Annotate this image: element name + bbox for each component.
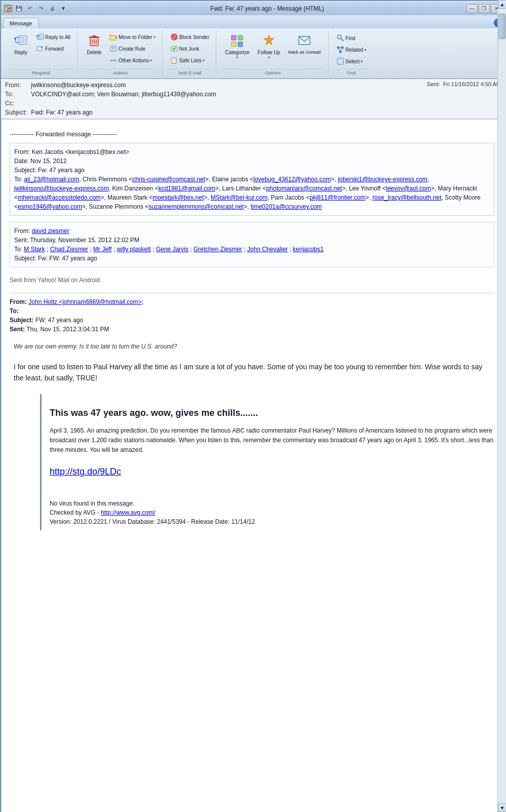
more-quick-btn[interactable]: ▼ <box>59 5 68 13</box>
find-icon <box>336 34 344 42</box>
ribbon: Reply Reply to All <box>1 28 505 79</box>
big-heading: This was 47 years ago. wow, gives me chi… <box>50 406 494 420</box>
leevov-link[interactable]: leevov@aol.com <box>386 185 431 192</box>
yahoo-sent-text: Sent from Yahoo! Mail on Android <box>10 276 494 285</box>
svg-rect-29 <box>231 35 236 40</box>
johnnam-link[interactable]: John Holtz <johnnam6869@hotmail.com>; <box>28 298 143 305</box>
david-to-row: To: M Stark ; Chad Ziesmer ; Mr Jeff ; w… <box>14 245 490 254</box>
avg-link[interactable]: http://www.avg.com/ <box>101 509 155 516</box>
not-junk-button[interactable]: Not Junk <box>168 43 212 54</box>
john-chevalier-link[interactable]: John Chevalier <box>247 246 288 253</box>
find-button[interactable]: Find <box>334 32 368 44</box>
block-sender-icon <box>170 33 178 41</box>
gene-jarvis-link[interactable]: Gene Jarvis <box>156 246 188 253</box>
scroll-track[interactable] <box>498 9 506 803</box>
follow-up-button[interactable]: Follow Up ▾ <box>254 30 284 62</box>
david-subject-row: Subject: Fw: FW: 47 years ago <box>14 254 490 263</box>
redo-btn[interactable]: ↷ <box>36 5 46 13</box>
actions-label: Actions <box>83 69 158 76</box>
scroll-up-button[interactable]: ▲ <box>498 0 506 9</box>
time0201-link[interactable]: time0201a@ccsurvey.com <box>251 203 322 210</box>
message-tab[interactable]: Message <box>3 18 39 28</box>
mark-unread-button[interactable]: Mark as Unread <box>285 30 324 57</box>
email-body: ------------ Forwarded message ---------… <box>1 119 505 812</box>
categorize-icon <box>229 32 245 49</box>
safe-lists-button[interactable]: 📋 Safe Lists ▾ <box>168 55 212 66</box>
from-value: jwilkinsono@buckeye-express.com <box>31 81 425 89</box>
options-group: Categorize ▾ Follow Up ▾ <box>217 30 329 76</box>
ken-subject: Subject: Fw: 47 years ago <box>14 166 490 175</box>
lovebug-link[interactable]: lovebug_43612@yahoo.com <box>253 176 331 183</box>
undo-btn[interactable]: ↶ <box>25 5 34 13</box>
suzanne-link[interactable]: suzannemplemmons@comcast.net <box>148 203 244 210</box>
related-arrow: ▾ <box>364 48 366 52</box>
select-icon <box>336 57 344 65</box>
joberski-link[interactable]: joberski1@buckeye-express.com <box>338 176 427 183</box>
cc-value <box>31 99 425 107</box>
find-group: Find Related ▾ <box>330 30 372 76</box>
scroll-thumb[interactable] <box>498 14 505 39</box>
delete-button[interactable]: Delete <box>83 30 106 57</box>
willy-plaskett-link[interactable]: willy plaskett <box>117 246 151 253</box>
john-from-row: From: John Holtz <johnnam6869@hotmail.co… <box>10 297 494 306</box>
gretchen-ziesmer-link[interactable]: Gretchen Ziesmer <box>193 246 242 253</box>
other-dropdown-arrow: ▾ <box>150 58 152 63</box>
svg-rect-30 <box>238 35 243 40</box>
create-rule-button[interactable]: Create Rule <box>107 43 158 54</box>
kcd-link[interactable]: kcd1981@gmail.com <box>159 185 215 192</box>
minimize-button[interactable]: — <box>466 4 478 13</box>
mhernacki-link[interactable]: mhernacki@accesstoledo.com <box>18 194 101 201</box>
select-button[interactable]: Select ▾ <box>334 56 368 67</box>
respond-group: Reply Reply to All <box>5 30 77 76</box>
pkj-link[interactable]: pkj811@frontier.com <box>309 194 365 201</box>
follow-up-icon <box>261 32 277 49</box>
stg-link[interactable]: http://stg.do/9LDc <box>50 467 121 477</box>
categorize-button[interactable]: Categorize ▾ <box>221 30 253 62</box>
chris-cuisine-link[interactable]: chris-cuisine@comcast.net <box>132 176 205 183</box>
window-title: Fwd: Fw: 47 years ago - Message (HTML) <box>210 5 324 12</box>
virus-line3: Version: 2012.0.2221 / Virus Database: 2… <box>50 517 494 526</box>
cc-label: Cc: <box>5 99 30 107</box>
david-block: From: david ziesmer Sent: Thursday, Nove… <box>10 222 494 267</box>
safe-lists-icon: 📋 <box>170 56 178 64</box>
svg-marker-4 <box>14 37 16 40</box>
svg-rect-20 <box>110 46 116 51</box>
scroll-down-button[interactable]: ▼ <box>498 803 506 812</box>
junk-buttons: Block Sender Not Junk 📋 Safe <box>168 30 212 68</box>
m-stark-link[interactable]: M Stark <box>24 246 45 253</box>
related-button[interactable]: Related ▾ <box>334 44 368 55</box>
create-rule-icon <box>109 45 118 53</box>
reply-all-button[interactable]: Reply to All <box>33 31 73 43</box>
mstark-link[interactable]: MStark@bel-kur.com <box>211 194 267 201</box>
reply-button[interactable]: Reply <box>9 30 32 57</box>
block-sender-button[interactable]: Block Sender <box>168 31 212 43</box>
jwilkinsono-link[interactable]: jwilkinsono@buckeye-express.com <box>14 185 109 192</box>
moestark-link[interactable]: moestark@bex.net <box>152 194 204 201</box>
print-btn[interactable]: 🖨 <box>48 5 57 13</box>
save-btn[interactable]: 💾 <box>14 5 23 13</box>
amy-dever-link[interactable]: ajj_23@hotmail.com <box>24 176 79 183</box>
kenjacobs1-link[interactable]: kenjacobs1 <box>293 246 324 253</box>
mark-unread-icon <box>296 32 313 49</box>
vertical-scrollbar[interactable]: ▲ ▼ <box>497 0 506 812</box>
related-icon <box>336 46 344 54</box>
to-value: VOLKCINDY@aol.com; Vern Bouwman; jitterb… <box>31 90 425 98</box>
ken-to: To: ajj_23@hotmail.com, Chris Plemmons <… <box>14 175 490 211</box>
svg-line-36 <box>341 39 344 42</box>
photomanlars-link[interactable]: photomanlars@comcast.net <box>266 185 342 192</box>
forwarded-ken-block: From: Ken Jacobs <kenjacobs1@bex.net> Da… <box>10 143 494 216</box>
main-paragraph: I for one used to listen to Paul Harvey … <box>14 361 490 384</box>
other-actions-button[interactable]: Other Actions ▾ <box>107 55 158 66</box>
restore-button[interactable]: ❐ <box>479 4 490 13</box>
david-sent-row: Sent: Thursday, November 15, 2012 12:02 … <box>14 236 490 245</box>
david-ziesmer-link[interactable]: david ziesmer <box>32 227 69 235</box>
ken-date: Date: Nov 15, 2012 <box>14 157 490 166</box>
esmo-link[interactable]: esmo1946@yahoo.com <box>18 203 82 210</box>
april-text: April 3, 1965. An amazing prediction. Do… <box>50 426 494 455</box>
forward-button[interactable]: Forward <box>33 43 73 54</box>
mr-jeff-link[interactable]: Mr Jeff <box>93 246 111 253</box>
rose-tracy-link[interactable]: rose_tracy@bellsouth.net <box>372 194 441 201</box>
move-to-folder-button[interactable]: Move to Folder ▾ <box>107 31 158 43</box>
chad-ziesmer-link[interactable]: Chad Ziesmer <box>50 246 88 253</box>
virus-notice-block: No virus found in this message. Checked … <box>50 499 494 526</box>
